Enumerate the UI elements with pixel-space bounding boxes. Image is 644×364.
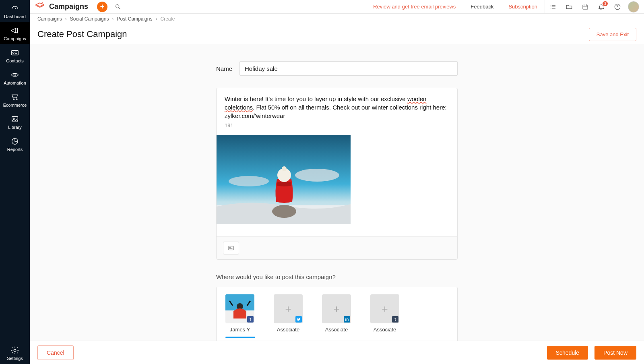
list-icon — [549, 3, 557, 10]
target-tile[interactable]: +in — [322, 294, 351, 323]
id-card-icon — [10, 48, 19, 57]
campaign-name-input[interactable] — [239, 61, 458, 76]
review-link[interactable]: Review and get free email previews — [366, 0, 463, 13]
image-icon — [10, 115, 19, 124]
svg-point-9 — [14, 349, 16, 352]
sidebar-label: Automation — [4, 81, 26, 85]
sidebar-label: Library — [8, 125, 22, 130]
target-tile[interactable]: f — [225, 294, 254, 323]
search-button[interactable] — [113, 2, 123, 12]
svg-rect-6 — [12, 117, 18, 122]
help-icon-button[interactable] — [609, 0, 625, 14]
linkedin-badge-icon: in — [344, 316, 350, 323]
user-avatar[interactable] — [628, 1, 639, 12]
crumb-create: Create — [160, 16, 175, 22]
target-tile[interactable]: +t — [370, 294, 399, 323]
notification-badge: 3 — [603, 1, 608, 6]
page-header: Create Post Campaign Save and Exit — [30, 24, 644, 44]
orbit-icon — [10, 70, 19, 79]
gear-icon — [10, 346, 19, 355]
bell-icon-button[interactable]: 3 — [593, 0, 609, 14]
target-twitter: + Associate — [274, 294, 303, 338]
active-target-underline — [225, 337, 255, 338]
gauge-icon — [10, 4, 19, 13]
target-name: Associate — [374, 327, 396, 333]
post-now-button[interactable]: Post Now — [594, 346, 636, 360]
svg-point-19 — [282, 166, 287, 171]
name-label: Name — [216, 65, 232, 72]
save-exit-button[interactable]: Save and Exit — [589, 28, 636, 41]
sidebar-item-automation[interactable]: Automation — [0, 66, 30, 89]
svg-point-15 — [229, 176, 269, 186]
sidebar-label: Contacts — [6, 58, 23, 63]
target-tumblr: +t Associate — [370, 294, 399, 338]
sidebar-item-contacts[interactable]: Contacts — [0, 44, 30, 66]
crumb-campaigns[interactable]: Campaigns — [37, 16, 62, 22]
crumb-social[interactable]: Social Campaigns — [70, 16, 109, 22]
targets-card: f James Y + Associate +in Associate +t — [216, 287, 458, 341]
help-icon — [614, 3, 621, 10]
sidebar: Dashboard Campaigns Contacts Automation … — [0, 0, 30, 364]
subscription-link[interactable]: Subscription — [501, 0, 545, 13]
feedback-link[interactable]: Feedback — [463, 0, 501, 13]
sidebar-label: Ecommerce — [3, 103, 27, 108]
search-icon — [115, 4, 121, 10]
target-name: Associate — [325, 327, 348, 333]
svg-point-10 — [116, 4, 119, 8]
sidebar-item-campaigns[interactable]: Campaigns — [0, 22, 30, 44]
main-area: Name Winter is here! It's time for you t… — [30, 44, 644, 341]
app-logo-icon — [35, 2, 45, 12]
svg-point-17 — [272, 205, 296, 218]
char-count: 191 — [217, 120, 457, 132]
crumb-post[interactable]: Post Campaigns — [117, 16, 152, 22]
sidebar-label: Campaigns — [4, 36, 26, 41]
target-tile[interactable]: + — [274, 294, 303, 323]
sidebar-label: Reports — [7, 147, 23, 152]
plus-icon: + — [333, 303, 339, 315]
svg-point-5 — [16, 99, 17, 100]
megaphone-icon — [10, 26, 19, 35]
schedule-button[interactable]: Schedule — [547, 346, 588, 360]
target-name: Associate — [277, 327, 299, 333]
new-button[interactable]: + — [97, 2, 107, 12]
tumblr-badge-icon: t — [392, 316, 398, 323]
folder-icon-button[interactable] — [561, 0, 577, 14]
topbar: Campaigns + Review and get free email pr… — [30, 0, 644, 14]
cancel-button[interactable]: Cancel — [37, 345, 74, 360]
facebook-badge-icon: f — [247, 316, 254, 323]
footer: Cancel Schedule Post Now — [30, 341, 644, 364]
pie-icon — [10, 137, 19, 146]
svg-rect-11 — [583, 5, 588, 9]
target-facebook: f James Y — [225, 294, 254, 338]
plus-icon: + — [382, 303, 388, 315]
list-icon-button[interactable] — [545, 0, 561, 14]
twitter-badge-icon — [295, 316, 302, 323]
sidebar-label: Dashboard — [4, 14, 26, 19]
plus-icon: + — [285, 303, 291, 315]
target-name: James Y — [230, 327, 250, 333]
attached-image[interactable] — [217, 135, 351, 224]
breadcrumb: Campaigns› Social Campaigns› Post Campai… — [30, 14, 644, 24]
post-content-card: Winter is here! It's time for you to lay… — [216, 88, 458, 260]
where-to-post-label: Where would you like to post this campai… — [216, 273, 458, 280]
calendar-icon — [582, 3, 589, 10]
cart-icon — [10, 93, 19, 101]
winter-photo-icon — [217, 135, 351, 224]
svg-point-14 — [295, 169, 339, 182]
sidebar-item-ecommerce[interactable]: Ecommerce — [0, 89, 30, 111]
sidebar-item-settings[interactable]: Settings — [0, 342, 30, 364]
sidebar-item-library[interactable]: Library — [0, 111, 30, 133]
sidebar-item-dashboard[interactable]: Dashboard — [0, 0, 30, 22]
sidebar-item-reports[interactable]: Reports — [0, 133, 30, 155]
folder-icon — [566, 3, 573, 10]
svg-point-2 — [14, 74, 16, 76]
target-linkedin: +in Associate — [322, 294, 351, 338]
calendar-icon-button[interactable] — [577, 0, 593, 14]
add-image-button[interactable] — [223, 242, 239, 254]
svg-point-1 — [13, 52, 14, 54]
image-icon — [227, 245, 235, 251]
sidebar-label: Settings — [7, 356, 23, 361]
svg-point-4 — [13, 99, 14, 100]
post-textarea[interactable]: Winter is here! It's time for you to lay… — [217, 88, 457, 120]
page-title: Create Post Campaign — [37, 29, 127, 39]
